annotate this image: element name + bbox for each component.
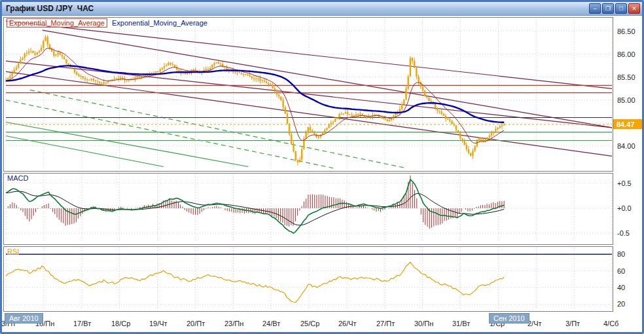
- svg-text:20: 20: [617, 300, 625, 308]
- chart-content: 84.4786.5086.0085.5085.0084.00 Exponenti…: [2, 16, 642, 331]
- rsi-canvas[interactable]: 80604020: [3, 246, 641, 312]
- window-title: График USD /JPY ЧАС: [4, 4, 588, 13]
- date-label: 26/Чт: [338, 320, 357, 327]
- svg-text:86.00: 86.00: [617, 50, 635, 58]
- month-badge: Авг 2010: [5, 313, 43, 324]
- date-label: 17/Вт: [73, 320, 91, 327]
- rsi-panel[interactable]: 80604020 RSI: [3, 246, 641, 312]
- date-label: 20/Пт: [187, 320, 205, 327]
- macd-canvas[interactable]: +0.5+0.0-0.5: [3, 173, 641, 245]
- price-chart-panel[interactable]: 84.4786.5086.0085.5085.0084.00 Exponenti…: [3, 17, 641, 172]
- date-label: 19/Чт: [149, 320, 168, 327]
- svg-text:60: 60: [617, 267, 625, 275]
- maximize-button[interactable]: □: [615, 3, 627, 14]
- minimize-button[interactable]: –: [589, 3, 601, 14]
- date-label: 27/Пт: [376, 320, 395, 327]
- date-label: 18/Ср: [111, 320, 130, 327]
- date-label: 24/Вт: [262, 320, 280, 327]
- date-label: 23/Пн: [224, 320, 243, 327]
- svg-text:+0.0: +0.0: [617, 204, 632, 212]
- price-chart-canvas[interactable]: 84.4786.5086.0085.5085.0084.00: [3, 17, 641, 172]
- svg-text:+0.5: +0.5: [617, 179, 632, 187]
- restore-button[interactable]: ❐: [602, 3, 614, 14]
- date-label: 3/Пт: [565, 320, 580, 327]
- date-label: 31/Вт: [452, 320, 470, 327]
- macd-panel[interactable]: +0.5+0.0-0.5 MACD: [3, 173, 641, 245]
- chart-window: График USD /JPY ЧАС – ❐ □ ✕ 84.4786.5086…: [0, 0, 644, 334]
- date-label: 4/Сб: [603, 320, 618, 327]
- date-label: 30/Пн: [414, 320, 433, 327]
- svg-text:85.00: 85.00: [617, 96, 635, 104]
- window-titlebar[interactable]: График USD /JPY ЧАС – ❐ □ ✕: [2, 2, 642, 16]
- date-label: 25/Ср: [300, 320, 319, 327]
- date-label: 2/Чт: [528, 320, 542, 327]
- svg-text:84.47: 84.47: [617, 121, 635, 128]
- svg-text:86.50: 86.50: [617, 28, 635, 35]
- svg-text:-0.5: -0.5: [617, 229, 630, 237]
- month-badge: Сен 2010: [489, 313, 529, 324]
- svg-text:85.50: 85.50: [617, 73, 635, 81]
- time-axis: 13/Пт16/Пн17/Вт18/Ср19/Чт20/Пт23/Пн24/Вт…: [3, 313, 641, 331]
- svg-text:40: 40: [617, 284, 625, 291]
- close-button[interactable]: ✕: [628, 3, 640, 14]
- svg-text:80: 80: [617, 250, 625, 258]
- svg-text:84.00: 84.00: [617, 142, 635, 150]
